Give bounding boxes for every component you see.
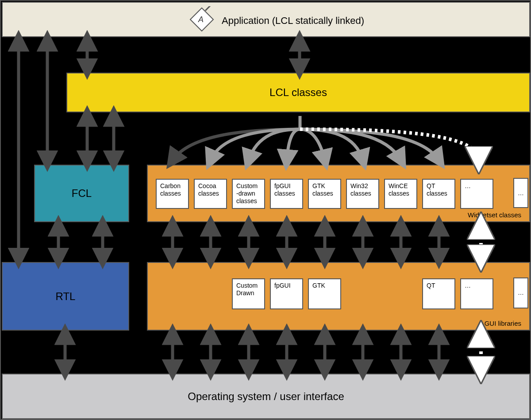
- application-label: Application (LCL statically linked): [222, 15, 364, 27]
- gui-fpgui: fpGUI: [270, 278, 303, 309]
- svg-text:A: A: [198, 15, 204, 24]
- lcl-layer: LCL classes: [66, 73, 530, 112]
- gui-libraries-layer: Custom Drawn fpGUI GTK QT … GUI librarie…: [147, 262, 530, 331]
- diagram-canvas: A Application (LCL statically linked) LC…: [0, 0, 531, 420]
- ws-qt: QT classes: [422, 179, 455, 209]
- ws-cocoa: Cocoa classes: [194, 179, 227, 209]
- gui-more-overflow: …: [513, 277, 528, 308]
- fcl-layer: FCL: [34, 165, 129, 222]
- ws-custom: Custom -drawn classes: [232, 179, 265, 209]
- note-icon: A: [189, 6, 215, 33]
- ws-fpgui: fpGUI classes: [270, 179, 303, 209]
- rtl-layer: RTL: [2, 262, 129, 331]
- ws-gtk: GTK classes: [308, 179, 341, 209]
- widgetset-layer: Carbon classes Cocoa classes Custom -dra…: [147, 165, 530, 222]
- lcl-label: LCL classes: [269, 86, 327, 99]
- ws-win32: Win32 classes: [346, 179, 379, 209]
- widgetset-tag: Widgetset classes: [468, 211, 521, 219]
- application-layer: A Application (LCL statically linked): [2, 2, 530, 37]
- rtl-label: RTL: [56, 290, 76, 303]
- gui-tag: GUI libraries: [485, 320, 521, 327]
- os-label: Operating system / user interface: [188, 390, 344, 403]
- ws-more-overflow: …: [513, 178, 528, 208]
- os-layer: Operating system / user interface: [2, 374, 530, 419]
- svg-line-2: [205, 6, 211, 11]
- ws-carbon: Carbon classes: [156, 179, 189, 209]
- gui-gtk: GTK: [308, 278, 341, 309]
- gui-more: …: [460, 278, 493, 309]
- ws-wince: WinCE classes: [384, 179, 417, 209]
- ws-more: …: [460, 179, 493, 209]
- gui-custom: Custom Drawn: [232, 278, 265, 309]
- gui-qt: QT: [422, 278, 455, 309]
- fcl-label: FCL: [72, 187, 92, 200]
